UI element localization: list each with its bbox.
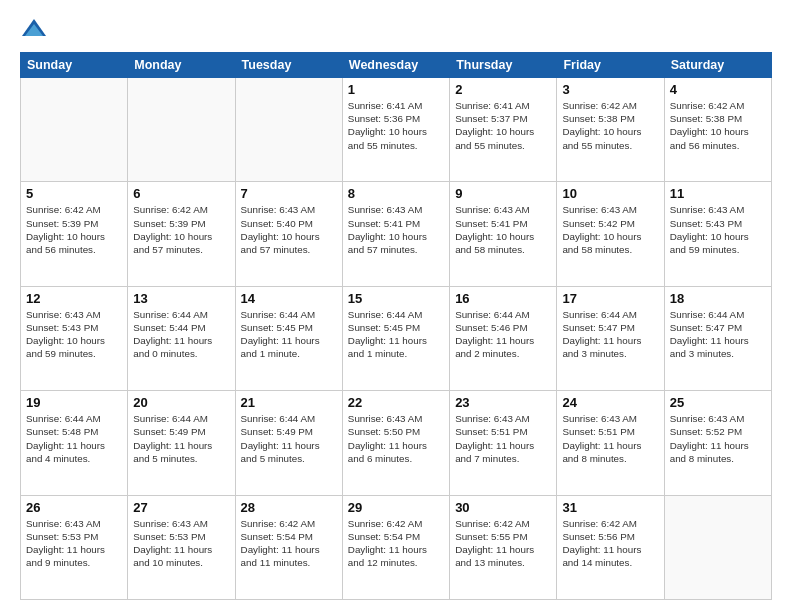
day-info: Sunrise: 6:42 AM Sunset: 5:38 PM Dayligh… xyxy=(670,99,766,152)
day-number: 8 xyxy=(348,186,444,201)
calendar-table: SundayMondayTuesdayWednesdayThursdayFrid… xyxy=(20,52,772,600)
weekday-header-sunday: Sunday xyxy=(21,53,128,78)
weekday-header-tuesday: Tuesday xyxy=(235,53,342,78)
calendar-cell xyxy=(21,78,128,182)
day-number: 19 xyxy=(26,395,122,410)
day-number: 20 xyxy=(133,395,229,410)
calendar-cell: 16Sunrise: 6:44 AM Sunset: 5:46 PM Dayli… xyxy=(450,286,557,390)
day-info: Sunrise: 6:43 AM Sunset: 5:41 PM Dayligh… xyxy=(455,203,551,256)
day-number: 15 xyxy=(348,291,444,306)
calendar-cell: 10Sunrise: 6:43 AM Sunset: 5:42 PM Dayli… xyxy=(557,182,664,286)
day-number: 25 xyxy=(670,395,766,410)
calendar-cell: 5Sunrise: 6:42 AM Sunset: 5:39 PM Daylig… xyxy=(21,182,128,286)
day-info: Sunrise: 6:43 AM Sunset: 5:42 PM Dayligh… xyxy=(562,203,658,256)
calendar-cell: 20Sunrise: 6:44 AM Sunset: 5:49 PM Dayli… xyxy=(128,391,235,495)
day-info: Sunrise: 6:43 AM Sunset: 5:40 PM Dayligh… xyxy=(241,203,337,256)
logo xyxy=(20,16,52,44)
header xyxy=(20,16,772,44)
day-info: Sunrise: 6:44 AM Sunset: 5:47 PM Dayligh… xyxy=(670,308,766,361)
calendar-cell: 11Sunrise: 6:43 AM Sunset: 5:43 PM Dayli… xyxy=(664,182,771,286)
calendar-cell: 18Sunrise: 6:44 AM Sunset: 5:47 PM Dayli… xyxy=(664,286,771,390)
day-number: 28 xyxy=(241,500,337,515)
day-number: 2 xyxy=(455,82,551,97)
day-number: 26 xyxy=(26,500,122,515)
calendar-cell: 6Sunrise: 6:42 AM Sunset: 5:39 PM Daylig… xyxy=(128,182,235,286)
calendar-week-2: 5Sunrise: 6:42 AM Sunset: 5:39 PM Daylig… xyxy=(21,182,772,286)
day-info: Sunrise: 6:42 AM Sunset: 5:54 PM Dayligh… xyxy=(241,517,337,570)
calendar-cell: 3Sunrise: 6:42 AM Sunset: 5:38 PM Daylig… xyxy=(557,78,664,182)
day-number: 24 xyxy=(562,395,658,410)
day-info: Sunrise: 6:44 AM Sunset: 5:45 PM Dayligh… xyxy=(348,308,444,361)
calendar-cell: 31Sunrise: 6:42 AM Sunset: 5:56 PM Dayli… xyxy=(557,495,664,599)
calendar-cell: 26Sunrise: 6:43 AM Sunset: 5:53 PM Dayli… xyxy=(21,495,128,599)
day-number: 30 xyxy=(455,500,551,515)
day-info: Sunrise: 6:41 AM Sunset: 5:36 PM Dayligh… xyxy=(348,99,444,152)
day-info: Sunrise: 6:43 AM Sunset: 5:51 PM Dayligh… xyxy=(455,412,551,465)
day-number: 27 xyxy=(133,500,229,515)
day-info: Sunrise: 6:43 AM Sunset: 5:43 PM Dayligh… xyxy=(670,203,766,256)
day-info: Sunrise: 6:44 AM Sunset: 5:46 PM Dayligh… xyxy=(455,308,551,361)
day-info: Sunrise: 6:42 AM Sunset: 5:55 PM Dayligh… xyxy=(455,517,551,570)
calendar-cell: 23Sunrise: 6:43 AM Sunset: 5:51 PM Dayli… xyxy=(450,391,557,495)
page: SundayMondayTuesdayWednesdayThursdayFrid… xyxy=(0,0,792,612)
day-number: 6 xyxy=(133,186,229,201)
day-number: 17 xyxy=(562,291,658,306)
day-number: 10 xyxy=(562,186,658,201)
day-info: Sunrise: 6:42 AM Sunset: 5:39 PM Dayligh… xyxy=(133,203,229,256)
calendar-cell: 9Sunrise: 6:43 AM Sunset: 5:41 PM Daylig… xyxy=(450,182,557,286)
day-number: 9 xyxy=(455,186,551,201)
day-number: 5 xyxy=(26,186,122,201)
day-number: 22 xyxy=(348,395,444,410)
day-info: Sunrise: 6:43 AM Sunset: 5:53 PM Dayligh… xyxy=(133,517,229,570)
logo-icon xyxy=(20,16,48,44)
day-info: Sunrise: 6:43 AM Sunset: 5:51 PM Dayligh… xyxy=(562,412,658,465)
calendar-cell: 29Sunrise: 6:42 AM Sunset: 5:54 PM Dayli… xyxy=(342,495,449,599)
weekday-header-wednesday: Wednesday xyxy=(342,53,449,78)
weekday-header-friday: Friday xyxy=(557,53,664,78)
day-info: Sunrise: 6:43 AM Sunset: 5:43 PM Dayligh… xyxy=(26,308,122,361)
calendar-cell: 4Sunrise: 6:42 AM Sunset: 5:38 PM Daylig… xyxy=(664,78,771,182)
calendar-cell: 13Sunrise: 6:44 AM Sunset: 5:44 PM Dayli… xyxy=(128,286,235,390)
day-number: 12 xyxy=(26,291,122,306)
calendar-week-3: 12Sunrise: 6:43 AM Sunset: 5:43 PM Dayli… xyxy=(21,286,772,390)
day-number: 7 xyxy=(241,186,337,201)
day-info: Sunrise: 6:43 AM Sunset: 5:41 PM Dayligh… xyxy=(348,203,444,256)
day-number: 13 xyxy=(133,291,229,306)
calendar-week-5: 26Sunrise: 6:43 AM Sunset: 5:53 PM Dayli… xyxy=(21,495,772,599)
day-info: Sunrise: 6:41 AM Sunset: 5:37 PM Dayligh… xyxy=(455,99,551,152)
calendar-cell: 2Sunrise: 6:41 AM Sunset: 5:37 PM Daylig… xyxy=(450,78,557,182)
day-info: Sunrise: 6:42 AM Sunset: 5:54 PM Dayligh… xyxy=(348,517,444,570)
day-number: 4 xyxy=(670,82,766,97)
calendar-cell: 27Sunrise: 6:43 AM Sunset: 5:53 PM Dayli… xyxy=(128,495,235,599)
day-number: 21 xyxy=(241,395,337,410)
calendar-cell: 30Sunrise: 6:42 AM Sunset: 5:55 PM Dayli… xyxy=(450,495,557,599)
calendar-cell: 28Sunrise: 6:42 AM Sunset: 5:54 PM Dayli… xyxy=(235,495,342,599)
calendar-cell: 22Sunrise: 6:43 AM Sunset: 5:50 PM Dayli… xyxy=(342,391,449,495)
weekday-header-thursday: Thursday xyxy=(450,53,557,78)
day-number: 23 xyxy=(455,395,551,410)
weekday-header-saturday: Saturday xyxy=(664,53,771,78)
day-info: Sunrise: 6:44 AM Sunset: 5:45 PM Dayligh… xyxy=(241,308,337,361)
calendar-cell: 14Sunrise: 6:44 AM Sunset: 5:45 PM Dayli… xyxy=(235,286,342,390)
calendar-cell: 19Sunrise: 6:44 AM Sunset: 5:48 PM Dayli… xyxy=(21,391,128,495)
day-info: Sunrise: 6:42 AM Sunset: 5:38 PM Dayligh… xyxy=(562,99,658,152)
day-info: Sunrise: 6:42 AM Sunset: 5:39 PM Dayligh… xyxy=(26,203,122,256)
calendar-week-4: 19Sunrise: 6:44 AM Sunset: 5:48 PM Dayli… xyxy=(21,391,772,495)
day-info: Sunrise: 6:44 AM Sunset: 5:48 PM Dayligh… xyxy=(26,412,122,465)
day-info: Sunrise: 6:42 AM Sunset: 5:56 PM Dayligh… xyxy=(562,517,658,570)
calendar-cell: 8Sunrise: 6:43 AM Sunset: 5:41 PM Daylig… xyxy=(342,182,449,286)
calendar-cell: 21Sunrise: 6:44 AM Sunset: 5:49 PM Dayli… xyxy=(235,391,342,495)
day-info: Sunrise: 6:43 AM Sunset: 5:50 PM Dayligh… xyxy=(348,412,444,465)
weekday-header-monday: Monday xyxy=(128,53,235,78)
day-info: Sunrise: 6:44 AM Sunset: 5:47 PM Dayligh… xyxy=(562,308,658,361)
calendar-cell xyxy=(664,495,771,599)
day-info: Sunrise: 6:44 AM Sunset: 5:49 PM Dayligh… xyxy=(133,412,229,465)
day-number: 3 xyxy=(562,82,658,97)
calendar-cell: 15Sunrise: 6:44 AM Sunset: 5:45 PM Dayli… xyxy=(342,286,449,390)
day-number: 11 xyxy=(670,186,766,201)
calendar-cell: 17Sunrise: 6:44 AM Sunset: 5:47 PM Dayli… xyxy=(557,286,664,390)
calendar-cell xyxy=(128,78,235,182)
day-number: 14 xyxy=(241,291,337,306)
day-number: 31 xyxy=(562,500,658,515)
day-number: 16 xyxy=(455,291,551,306)
